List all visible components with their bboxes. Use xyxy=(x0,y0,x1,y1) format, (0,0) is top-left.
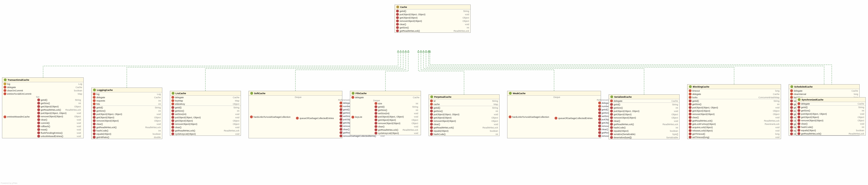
method-icon xyxy=(790,110,793,112)
method-row: clear()void xyxy=(92,122,162,126)
field-row: delegateCache xyxy=(92,96,162,99)
member-type: ReadWriteLock xyxy=(220,129,239,132)
member-type: int xyxy=(155,110,161,112)
member-type: int xyxy=(773,103,779,105)
method-row: getReadWriteLock()ReadWriteLock xyxy=(429,126,499,129)
method-icon xyxy=(689,123,691,125)
member-name: removeObject(Object) xyxy=(175,123,228,125)
class-name: ScheduledCache xyxy=(794,86,813,88)
method-icon xyxy=(37,115,40,118)
class-title: Cache xyxy=(395,5,470,9)
member-name: removeObject(Object) xyxy=(434,120,487,122)
class-title: LoggingCache xyxy=(92,88,162,92)
member-name: delegate xyxy=(175,96,228,99)
member-type: ReadWriteLock xyxy=(62,109,81,111)
method-icon xyxy=(340,115,342,118)
field-row: delegateCache xyxy=(609,99,679,102)
method-row: clear()void xyxy=(170,126,241,129)
member-name: queueOfGarbageCollectedEntries xyxy=(300,117,334,120)
member-type: int xyxy=(155,103,161,105)
class-name: WeakCache xyxy=(513,92,525,95)
member-type: boolean xyxy=(70,89,82,92)
member-name: removeObject(Object) xyxy=(400,20,458,22)
member-name: delegate xyxy=(7,86,71,89)
method-row: getSize()int xyxy=(796,109,865,112)
method-row: getId()String xyxy=(609,103,679,106)
member-name: getHitRatio() xyxy=(96,136,150,138)
method-row: removeObject(Object)Object xyxy=(796,119,865,122)
method-icon xyxy=(37,131,40,134)
method-row: getSize()int xyxy=(170,109,241,113)
member-name: cycleKeyList(Object) xyxy=(175,133,231,135)
member-type: ReadWriteLock xyxy=(659,123,678,126)
member-type: int xyxy=(463,26,469,29)
method-icon xyxy=(430,129,433,132)
member-name: hashCode() xyxy=(614,126,671,129)
member-name: removeObject(Object) xyxy=(692,113,769,116)
method-icon xyxy=(93,123,96,125)
member-type: boolean xyxy=(149,133,161,135)
member-type: void xyxy=(410,116,418,118)
field-icon xyxy=(4,89,6,92)
member-name: clear() xyxy=(801,123,856,125)
member-name: clearOnCommit xyxy=(7,89,70,92)
member-name: clear() xyxy=(96,123,152,125)
method-row: getSize()int xyxy=(36,101,82,105)
field-icon xyxy=(375,102,377,105)
method-row: getSize()int xyxy=(373,109,420,112)
method-row: putObject(Object, Object)void xyxy=(170,116,241,119)
member-type: void xyxy=(410,125,418,128)
field-row: delegateCache xyxy=(796,102,865,105)
fields-section: delegateCache xyxy=(609,99,679,103)
class-name: SoftCache xyxy=(254,92,266,95)
method-icon xyxy=(37,118,40,121)
field-icon xyxy=(689,96,691,99)
member-type: Object xyxy=(769,110,779,112)
method-icon xyxy=(375,119,377,121)
method-row: getObject(Object)Object xyxy=(170,119,241,122)
method-icon xyxy=(790,106,793,109)
member-name: hardLinksToAvoidGarbageCollection xyxy=(512,116,549,118)
field-row: entriesMissedInCacheSetgetId()StringgetS… xyxy=(2,95,84,138)
member-type: String xyxy=(669,103,678,106)
method-icon xyxy=(93,126,96,129)
member-name: clear() xyxy=(434,123,489,126)
method-icon xyxy=(430,113,433,116)
field-row: cacheMap xyxy=(429,102,499,106)
method-icon xyxy=(610,133,613,135)
member-type: long xyxy=(850,93,858,95)
class-loggingcache: LoggingCachelogLogdelegateCacherequestsi… xyxy=(91,88,162,139)
member-type: int xyxy=(155,129,161,132)
method-row: removeObject(Object)Object xyxy=(373,122,420,125)
member-name: hits xyxy=(96,103,154,105)
method-icon xyxy=(598,108,601,111)
member-name: getObject(Object) xyxy=(692,110,769,112)
field-icon xyxy=(598,105,601,107)
field-icon xyxy=(93,96,96,99)
member-type: void xyxy=(410,132,418,134)
class-name: SynchronizedCache xyxy=(802,98,824,101)
method-row: equals(Object)boolean xyxy=(92,132,162,135)
method-row: getId()String xyxy=(429,106,499,110)
method-row: getId()String xyxy=(796,105,865,109)
method-row: getReadWriteLock()ReadWriteLock xyxy=(687,119,781,122)
class-fifocache: FifoCachedelegateCachekeyListDequesizein… xyxy=(350,91,421,135)
method-icon xyxy=(610,120,613,122)
method-icon xyxy=(172,126,174,129)
member-name: getSize() xyxy=(378,109,411,112)
method-row: hashCode()int xyxy=(92,129,162,132)
member-type: int xyxy=(858,126,864,128)
method-row: getReadWriteLock()ReadWriteLock xyxy=(395,29,470,32)
method-icon xyxy=(798,116,800,119)
method-row: clear()void xyxy=(609,119,679,123)
member-name: cycleKeyList(Object) xyxy=(378,132,410,134)
member-name: equals(Object) xyxy=(801,129,852,132)
field-icon xyxy=(93,93,96,95)
member-name: setSize(int) xyxy=(378,112,410,115)
method-row: hashCode()int xyxy=(796,125,865,129)
field-row: timeoutlong xyxy=(687,89,781,92)
member-type: Object xyxy=(151,116,161,119)
member-name: getObject(Object) xyxy=(434,117,487,119)
member-name: flushPendingEntries() xyxy=(41,132,72,134)
member-name: releaseLock(Object) xyxy=(692,129,771,132)
